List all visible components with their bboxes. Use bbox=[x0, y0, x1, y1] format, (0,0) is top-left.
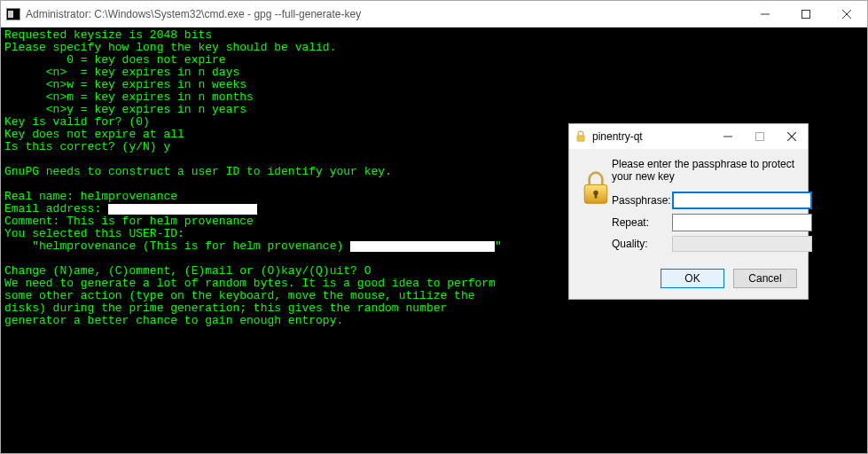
padlock-icon bbox=[580, 170, 612, 206]
term-line: Key does not expire at all bbox=[4, 128, 184, 141]
term-line: GnuPG needs to construct a user ID to id… bbox=[4, 165, 392, 178]
term-line: Is this correct? (y/N) y bbox=[4, 140, 170, 153]
cmd-title: Administrator: C:\Windows\System32\cmd.e… bbox=[26, 8, 745, 20]
svg-rect-6 bbox=[756, 133, 764, 141]
maximize-icon bbox=[755, 132, 764, 141]
pinentry-body: Please enter the passphrase to protect y… bbox=[569, 149, 808, 299]
quality-meter bbox=[672, 236, 812, 252]
term-line: Real name: helmprovenance bbox=[4, 190, 177, 203]
minimize-button[interactable] bbox=[745, 1, 786, 27]
dialog-minimize-button[interactable] bbox=[712, 124, 744, 149]
maximize-button[interactable] bbox=[786, 1, 826, 27]
term-line: 0 = key does not expire bbox=[4, 53, 226, 67]
ok-button[interactable]: OK bbox=[661, 269, 724, 288]
dialog-close-button[interactable] bbox=[776, 124, 808, 149]
passphrase-input[interactable] bbox=[672, 192, 812, 209]
svg-rect-1 bbox=[802, 10, 810, 18]
pinentry-titlebar[interactable]: pinentry-qt bbox=[569, 124, 808, 149]
term-line: Key is valid for? (0) bbox=[4, 115, 150, 129]
term-line: Email address: bbox=[4, 202, 108, 215]
term-line: We need to generate a lot of random byte… bbox=[4, 277, 496, 290]
close-icon bbox=[787, 132, 796, 141]
term-line: disks) during the prime generation; this… bbox=[4, 301, 447, 315]
minimize-icon bbox=[723, 132, 732, 141]
term-line: <n>w = key expires in n weeks bbox=[4, 78, 246, 91]
cmd-window-controls bbox=[745, 1, 867, 27]
redacted-email bbox=[108, 204, 257, 215]
term-line: <n>m = key expires in n months bbox=[4, 90, 254, 104]
repeat-input[interactable] bbox=[672, 214, 812, 231]
lock-icon bbox=[575, 130, 587, 143]
passphrase-label: Passphrase: bbox=[612, 194, 672, 207]
term-line: <n>y = key expires in n years bbox=[4, 103, 246, 116]
term-line: "helmprovenance (This is for helm proven… bbox=[4, 239, 350, 253]
cmd-icon bbox=[6, 8, 20, 20]
pinentry-title: pinentry-qt bbox=[592, 130, 712, 143]
close-button[interactable] bbox=[826, 1, 867, 27]
term-line: Requested keysize is 2048 bits bbox=[4, 28, 212, 42]
cmd-titlebar[interactable]: Administrator: C:\Windows\System32\cmd.e… bbox=[1, 1, 867, 27]
cancel-button[interactable]: Cancel bbox=[733, 269, 797, 288]
term-line: <n> = key expires in n days bbox=[4, 66, 239, 79]
dialog-maximize-button[interactable] bbox=[744, 124, 776, 149]
term-line: some other action (type on the keyboard,… bbox=[4, 289, 475, 302]
term-line: Change (N)ame, (C)omment, (E)mail or (O)… bbox=[4, 264, 371, 278]
pinentry-window-controls bbox=[712, 124, 808, 149]
pinentry-instruction: Please enter the passphrase to protect y… bbox=[612, 158, 812, 183]
pinentry-dialog: pinentry-qt bbox=[568, 123, 809, 300]
svg-rect-4 bbox=[577, 136, 584, 141]
maximize-icon bbox=[802, 10, 810, 19]
term-line: Please specify how long the key should b… bbox=[4, 41, 336, 54]
close-icon bbox=[842, 10, 851, 19]
term-line: generator a better chance to gain enough… bbox=[4, 314, 343, 327]
quality-label: Quality: bbox=[612, 238, 672, 250]
svg-rect-11 bbox=[595, 192, 598, 198]
redacted-userid-email bbox=[350, 241, 495, 252]
repeat-label: Repeat: bbox=[612, 216, 672, 229]
term-line: You selected this USER-ID: bbox=[4, 227, 184, 240]
term-line: " bbox=[495, 239, 502, 253]
term-line: Comment: This is for helm provenance bbox=[4, 215, 254, 228]
minimize-icon bbox=[761, 10, 770, 19]
